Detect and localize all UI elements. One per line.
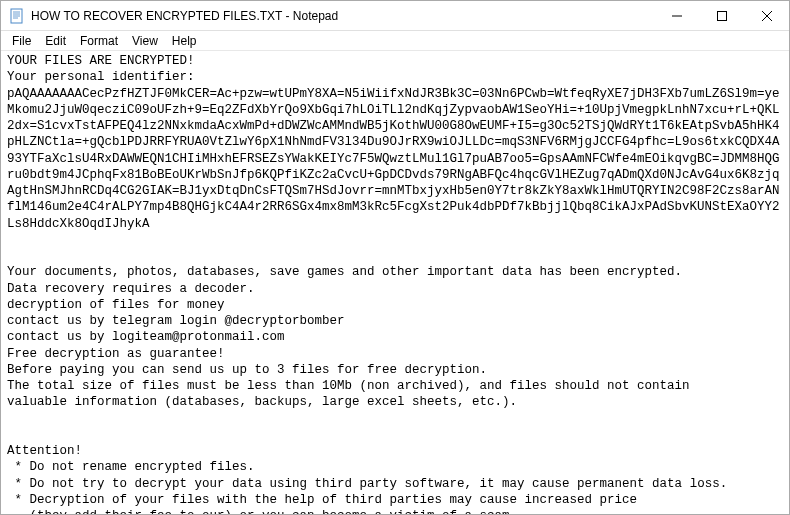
notepad-icon (9, 8, 25, 24)
minimize-button[interactable] (654, 1, 699, 30)
line-text: The total size of files must be less tha… (7, 379, 690, 393)
line-bullet: * Do not try to decrypt your data using … (7, 477, 727, 491)
maximize-button[interactable] (699, 1, 744, 30)
line-text: decryption of files for money (7, 298, 225, 312)
line-text: Data recovery requires a decoder. (7, 282, 255, 296)
line-attention: Attention! (7, 444, 82, 458)
text-area[interactable]: YOUR FILES ARE ENCRYPTED! Your personal … (1, 51, 789, 514)
close-button[interactable] (744, 1, 789, 30)
svg-rect-6 (717, 11, 726, 20)
line-bullet: * Decryption of your files with the help… (7, 493, 637, 507)
menu-help[interactable]: Help (165, 33, 204, 49)
line-text: Your documents, photos, databases, save … (7, 265, 682, 279)
menu-view[interactable]: View (125, 33, 165, 49)
line-text: valuable information (databases, backups… (7, 395, 517, 409)
line-pid-block: pAQAAAAAAACecPzfHZTJF0MkCER=Ac+pzw=wtUPm… (7, 87, 780, 231)
menubar: File Edit Format View Help (1, 31, 789, 51)
line-bullet: (they add their fee to our) or you can b… (7, 509, 517, 514)
line-text: contact us by telegram login @decryptorb… (7, 314, 345, 328)
menu-edit[interactable]: Edit (38, 33, 73, 49)
line-heading: YOUR FILES ARE ENCRYPTED! (7, 54, 195, 68)
menu-format[interactable]: Format (73, 33, 125, 49)
line-text: Free decryption as guarantee! (7, 347, 225, 361)
menu-file[interactable]: File (5, 33, 38, 49)
line-pid-label: Your personal identifier: (7, 70, 195, 84)
window-title: HOW TO RECOVER ENCRYPTED FILES.TXT - Not… (31, 9, 654, 23)
window-controls (654, 1, 789, 30)
line-bullet: * Do not rename encrypted files. (7, 460, 255, 474)
line-text: Before paying you can send us up to 3 fi… (7, 363, 487, 377)
titlebar: HOW TO RECOVER ENCRYPTED FILES.TXT - Not… (1, 1, 789, 31)
line-text: contact us by logiteam@protonmail.com (7, 330, 285, 344)
